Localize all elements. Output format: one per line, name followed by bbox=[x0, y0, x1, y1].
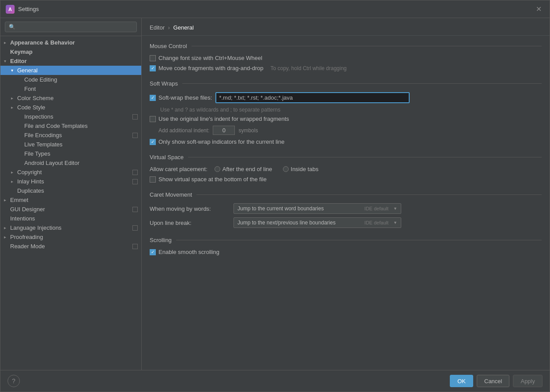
right-panel: Editor › General Mouse Control Change fo… bbox=[142, 18, 550, 370]
upon-line-break-ide-default: IDE default bbox=[365, 220, 388, 225]
use-original-indent-cb[interactable] bbox=[150, 116, 156, 122]
soft-wraps-section: Soft Wraps Soft-wrap these files: Use * … bbox=[150, 80, 542, 145]
upon-line-break-row: Upon line break: Jump to the next/previo… bbox=[150, 217, 542, 228]
apply-button[interactable]: Apply bbox=[513, 375, 542, 387]
app-icon: A bbox=[6, 5, 15, 14]
change-font-size-row: Change font size with Ctrl+Mouse Wheel bbox=[150, 55, 542, 61]
arrow-icon: ▾ bbox=[4, 59, 10, 63]
sidebar-item-inspections[interactable]: Inspections bbox=[0, 112, 141, 121]
sidebar-item-duplicates[interactable]: Duplicates bbox=[0, 186, 141, 195]
soft-wrap-files-cb[interactable] bbox=[150, 95, 156, 101]
sidebar-item-intentions[interactable]: Intentions bbox=[0, 214, 141, 223]
arrow-icon: ▸ bbox=[11, 105, 17, 110]
breadcrumb: Editor › General bbox=[142, 18, 550, 36]
sidebar-item-font[interactable]: Font bbox=[0, 84, 141, 93]
sidebar-item-label: File Encodings bbox=[24, 132, 131, 138]
left-panel: ▸Appearance & BehaviorKeymap▾Editor▾Gene… bbox=[0, 18, 142, 370]
move-code-fragments-row: Move code fragments with drag-and-drop T… bbox=[150, 65, 542, 71]
sidebar-item-reader-mode[interactable]: Reader Mode bbox=[0, 242, 141, 251]
use-original-indent-checkbox[interactable]: Use the original line's indent for wrapp… bbox=[150, 116, 289, 122]
ok-button[interactable]: OK bbox=[450, 375, 473, 387]
show-virtual-space-cb[interactable] bbox=[150, 176, 156, 183]
bottom-left: ? bbox=[8, 375, 446, 387]
help-button[interactable]: ? bbox=[8, 375, 20, 387]
change-font-size-label: Change font size with Ctrl+Mouse Wheel bbox=[158, 55, 262, 61]
bottom-bar: ? OK Cancel Apply bbox=[0, 370, 550, 392]
breadcrumb-parent: Editor bbox=[150, 24, 165, 31]
inside-tabs-label: Inside tabs bbox=[291, 166, 319, 172]
sidebar-item-label: Appearance & Behavior bbox=[10, 39, 138, 46]
sidebar-item-gui-designer[interactable]: GUI Designer bbox=[0, 205, 141, 214]
sidebar-item-file-encodings[interactable]: File Encodings bbox=[0, 131, 141, 140]
soft-wrap-hint: Use * and ? as wildcards and ; to separa… bbox=[150, 107, 542, 113]
show-soft-wrap-checkbox[interactable]: Only show soft-wrap indicators for the c… bbox=[150, 138, 284, 145]
settings-dialog: A Settings ✕ ▸Appearance & BehaviorKeyma… bbox=[0, 0, 550, 392]
sidebar-item-android-layout-editor[interactable]: Android Layout Editor bbox=[0, 158, 141, 168]
inside-tabs-radio[interactable] bbox=[283, 166, 289, 172]
soft-wrap-files-input[interactable] bbox=[215, 92, 410, 103]
scrolling-title: Scrolling bbox=[150, 237, 542, 243]
soft-wrap-files-checkbox[interactable]: Soft-wrap these files: bbox=[150, 94, 212, 101]
change-font-size-checkbox[interactable]: Change font size with Ctrl+Mouse Wheel bbox=[150, 55, 262, 61]
show-virtual-space-row: Show virtual space at the bottom of the … bbox=[150, 176, 542, 183]
sidebar-item-keymap[interactable]: Keymap bbox=[0, 47, 141, 56]
soft-wrap-files-label: Soft-wrap these files: bbox=[158, 94, 212, 101]
sidebar-item-label: Editor bbox=[10, 58, 138, 64]
sidebar-item-copyright[interactable]: ▸Copyright bbox=[0, 168, 141, 177]
badge-icon bbox=[132, 114, 138, 119]
sidebar-item-live-templates[interactable]: Live Templates bbox=[0, 140, 141, 149]
virtual-space-title: Virtual Space bbox=[150, 154, 542, 161]
soft-wraps-title: Soft Wraps bbox=[150, 80, 542, 87]
badge-icon bbox=[132, 244, 138, 249]
sidebar-item-emmet[interactable]: ▸Emmet bbox=[0, 195, 141, 205]
upon-line-break-dropdown[interactable]: Jump to the next/previous line boundarie… bbox=[234, 217, 401, 228]
move-code-fragments-checkbox[interactable]: Move code fragments with drag-and-drop bbox=[150, 65, 264, 71]
sidebar-item-file-code-templates[interactable]: File and Code Templates bbox=[0, 121, 141, 131]
upon-line-break-value: Jump to the next/previous line boundarie… bbox=[237, 220, 362, 226]
use-original-indent-label: Use the original line's indent for wrapp… bbox=[158, 116, 289, 122]
after-end-of-line-wrap[interactable]: After the end of line bbox=[215, 166, 272, 172]
sidebar-item-label: Reader Mode bbox=[10, 243, 131, 250]
sidebar-item-label: Inlay Hints bbox=[17, 178, 131, 185]
arrow-icon: ▸ bbox=[11, 179, 17, 184]
cancel-button[interactable]: Cancel bbox=[477, 375, 509, 387]
sidebar-item-editor[interactable]: ▾Editor bbox=[0, 56, 141, 66]
arrow-icon: ▸ bbox=[4, 40, 10, 45]
smooth-scrolling-row: Enable smooth scrolling bbox=[150, 249, 542, 255]
search-input[interactable] bbox=[5, 22, 137, 32]
allow-caret-label: Allow caret placement: bbox=[150, 166, 207, 172]
smooth-scrolling-label: Enable smooth scrolling bbox=[158, 249, 219, 255]
sidebar-item-label: Proofreading bbox=[10, 234, 138, 240]
arrow-icon: ▸ bbox=[4, 225, 10, 230]
smooth-scrolling-cb[interactable] bbox=[150, 249, 156, 255]
caret-placement-row: Allow caret placement: After the end of … bbox=[150, 166, 542, 172]
change-font-size-cb[interactable] bbox=[150, 55, 156, 61]
sidebar-item-code-style[interactable]: ▸Code Style bbox=[0, 103, 141, 112]
after-end-of-line-label: After the end of line bbox=[222, 166, 272, 172]
sidebar-item-color-scheme[interactable]: ▸Color Scheme bbox=[0, 93, 141, 103]
close-button[interactable]: ✕ bbox=[533, 4, 544, 14]
badge-icon bbox=[132, 207, 138, 212]
move-code-fragments-cb[interactable] bbox=[150, 65, 156, 71]
use-original-indent-row: Use the original line's indent for wrapp… bbox=[150, 116, 542, 122]
tree-area: ▸Appearance & BehaviorKeymap▾Editor▾Gene… bbox=[0, 36, 141, 370]
sidebar-item-appearance[interactable]: ▸Appearance & Behavior bbox=[0, 38, 141, 47]
sidebar-item-label: Emmet bbox=[10, 197, 138, 203]
sidebar-item-code-editing[interactable]: Code Editing bbox=[0, 75, 141, 84]
sidebar-item-general[interactable]: ▾General bbox=[0, 66, 141, 75]
sidebar-item-inlay-hints[interactable]: ▸Inlay Hints bbox=[0, 177, 141, 186]
sidebar-item-label: Color Scheme bbox=[17, 95, 138, 101]
moving-by-words-dropdown[interactable]: Jump to the current word boundaries IDE … bbox=[234, 203, 401, 214]
add-indent-input[interactable] bbox=[213, 126, 235, 135]
inside-tabs-wrap[interactable]: Inside tabs bbox=[283, 166, 319, 172]
sidebar-item-proofreading[interactable]: ▸Proofreading bbox=[0, 232, 141, 242]
smooth-scrolling-checkbox[interactable]: Enable smooth scrolling bbox=[150, 249, 219, 255]
sidebar-item-label: Code Style bbox=[17, 104, 138, 111]
after-end-of-line-radio[interactable] bbox=[215, 166, 220, 172]
show-virtual-space-checkbox[interactable]: Show virtual space at the bottom of the … bbox=[150, 176, 267, 183]
show-soft-wrap-cb[interactable] bbox=[150, 139, 156, 145]
move-code-fragments-label: Move code fragments with drag-and-drop bbox=[158, 65, 264, 71]
sidebar-item-language-injections[interactable]: ▸Language Injections bbox=[0, 223, 141, 232]
sidebar-item-label: File Types bbox=[24, 150, 138, 157]
sidebar-item-file-types[interactable]: File Types bbox=[0, 149, 141, 158]
